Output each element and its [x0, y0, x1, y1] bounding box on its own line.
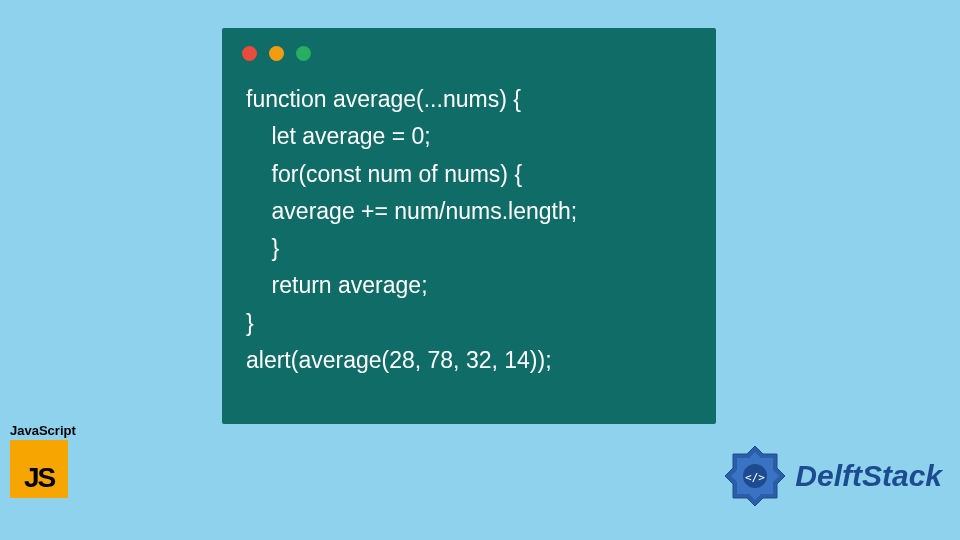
code-line: } — [246, 235, 279, 261]
code-line: return average; — [246, 272, 428, 298]
code-line: average += num/nums.length; — [246, 198, 577, 224]
close-icon — [242, 46, 257, 61]
javascript-logo: JavaScript JS — [10, 423, 82, 498]
js-badge-text: JS — [24, 462, 54, 494]
code-line: alert(average(28, 78, 32, 14)); — [246, 347, 552, 373]
window-controls — [222, 28, 716, 69]
delftstack-text: DelftStack — [795, 459, 942, 493]
code-window: function average(...nums) { let average … — [222, 28, 716, 424]
code-content: function average(...nums) { let average … — [222, 69, 716, 391]
delftstack-logo: </> DelftStack — [719, 440, 942, 512]
code-line: let average = 0; — [246, 123, 431, 149]
minimize-icon — [269, 46, 284, 61]
code-line: for(const num of nums) { — [246, 161, 522, 187]
svg-text:</>: </> — [745, 471, 765, 484]
maximize-icon — [296, 46, 311, 61]
delftstack-icon: </> — [719, 440, 791, 512]
js-label: JavaScript — [10, 423, 82, 438]
code-line: } — [246, 310, 254, 336]
js-badge-icon: JS — [10, 440, 68, 498]
code-line: function average(...nums) { — [246, 86, 521, 112]
